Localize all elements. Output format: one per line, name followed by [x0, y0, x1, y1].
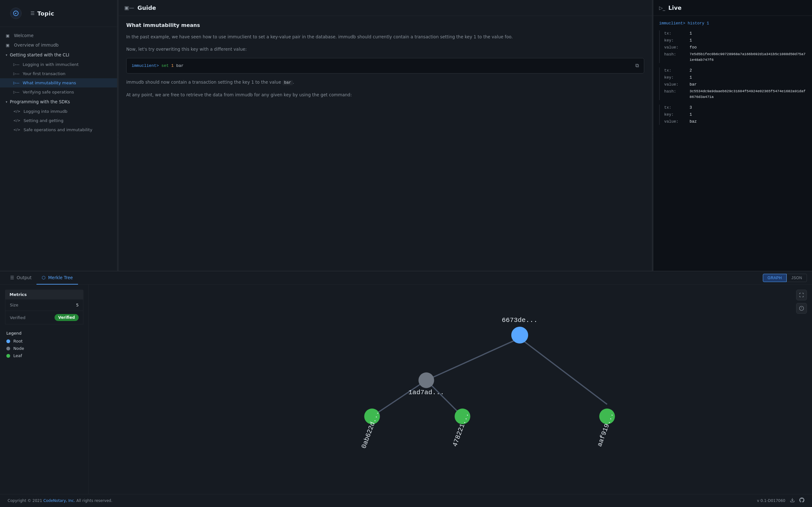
- guide-paragraph-1: In the past example, we have seen how to…: [126, 33, 644, 41]
- logo: [10, 8, 21, 19]
- sub-item-label: Logging in with immuclient: [22, 62, 78, 67]
- root-label-text: 6673de...: [502, 317, 538, 324]
- sidebar-item-immutability[interactable]: ▷— What immutability means: [0, 78, 117, 88]
- code-command: set: [161, 63, 169, 68]
- bottom-content: Metrics Size 5 Verified Verified Legend …: [0, 285, 812, 494]
- size-label: Size: [10, 302, 18, 307]
- copy-button[interactable]: ⧉: [635, 63, 639, 69]
- sub-item-label: Setting and getting: [23, 118, 63, 123]
- sidebar-item-setting-getting[interactable]: </> Setting and getting: [0, 116, 117, 125]
- guide-panel: ▣— Guide What immutability means In the …: [119, 0, 652, 271]
- page-icon: ▣: [6, 33, 11, 38]
- internal-node: [418, 372, 434, 388]
- graph-area: 6673de... 1ad7ad... 0ab622d... 478221...…: [89, 285, 812, 494]
- live-icon: ▷_: [659, 5, 665, 11]
- leaf-dot: [6, 354, 10, 358]
- legend-leaf: Leaf: [6, 353, 82, 358]
- legend-title: Legend: [6, 331, 82, 336]
- code-block: immuclient> set 1 bar ⧉: [126, 58, 644, 73]
- merkle-tab-label: Merkle Tree: [48, 275, 73, 280]
- footer-company-link[interactable]: CodeNotary, Inc.: [44, 498, 75, 503]
- cli-icon: ▷—: [13, 72, 19, 76]
- sidebar-nav: ▣ Welcome ▣ Overview of immudb ▾ Getting…: [0, 27, 117, 271]
- key-3-value: 1: [690, 112, 692, 118]
- metrics-size-row: Size 5: [5, 299, 84, 311]
- live-entry-2: tx:2 key:1 value:bar hash:3c5534dc9a9daa…: [659, 67, 806, 100]
- guide-title: Guide: [137, 4, 156, 11]
- sidebar-item-welcome[interactable]: ▣ Welcome: [0, 31, 117, 40]
- page-icon: ▣: [6, 43, 11, 48]
- view-toggle: GRAPH JSON: [763, 274, 807, 282]
- fullscreen-button[interactable]: [796, 290, 807, 300]
- value-1: foo: [690, 44, 697, 51]
- code-text: immuclient> set 1 bar: [132, 63, 184, 68]
- live-content: immuclient> history 1 tx:1 key:1 value:f…: [653, 16, 812, 271]
- sub-item-label: Verifying safe operations: [22, 90, 74, 95]
- svg-line-1: [426, 338, 520, 380]
- value-2: bar: [690, 81, 697, 88]
- sidebar-item-label: Welcome: [14, 33, 34, 38]
- graph-view-button[interactable]: GRAPH: [763, 274, 786, 282]
- sidebar-item-logging-in[interactable]: ▷— Logging in with immuclient: [0, 60, 117, 69]
- code-arg1: 1: [171, 63, 174, 68]
- value-3: baz: [690, 118, 697, 125]
- download-icon[interactable]: [790, 498, 795, 504]
- cli-icon: ▷—: [13, 62, 19, 66]
- verified-badge: Verified: [55, 314, 79, 321]
- sidebar-item-label: Overview of immudb: [14, 43, 59, 48]
- cli-icon: ▷—: [13, 90, 19, 94]
- live-entry-1: tx:1 key:1 value:foo hash:7e5d5b1fec0b6c…: [659, 31, 806, 63]
- sidebar-item-verifying[interactable]: ▷— Verifying safe operations: [0, 88, 117, 97]
- merkle-graph-svg: 6673de... 1ad7ad... 0ab622d... 478221...…: [89, 285, 812, 494]
- tab-merkle-tree[interactable]: ⬡ Merkle Tree: [37, 271, 78, 285]
- live-prompt: immuclient> history 1: [659, 20, 806, 26]
- svg-line-2: [520, 338, 607, 404]
- sdk-icon: </>: [13, 128, 20, 132]
- tx-1-value: 1: [690, 31, 692, 37]
- merkle-tab-icon: ⬡: [42, 275, 45, 280]
- footer-copyright: Copyright © 2021 CodeNotary, Inc. All ri…: [8, 498, 112, 503]
- github-icon[interactable]: [799, 498, 804, 504]
- size-value: 5: [76, 302, 79, 307]
- guide-paragraph-4: At any point, we are free to retrieve th…: [126, 91, 644, 99]
- svg-line-3: [372, 380, 426, 416]
- tx-2-value: 2: [690, 67, 692, 74]
- sub-item-label: Your first transaction: [22, 71, 65, 76]
- arrow-icon: ▾: [6, 100, 7, 104]
- root-label: Root: [13, 339, 22, 343]
- tx-3-value: 3: [690, 105, 692, 111]
- section-label: Programming with the SDKs: [10, 99, 70, 104]
- sidebar-section-getting-started[interactable]: ▾ Getting started with the CLI: [0, 50, 117, 60]
- info-button[interactable]: [796, 303, 807, 314]
- sidebar-item-safe-ops[interactable]: </> Safe operations and immutability: [0, 125, 117, 134]
- bottom-tabs-bar: ☰ Output ⬡ Merkle Tree GRAPH JSON: [0, 271, 812, 285]
- sidebar: ☰ Topic ▣ Welcome ▣ Overview of immudb ▾…: [0, 0, 117, 271]
- hash-2: 3c5534dc9a9daaeb629c31604f54924e02365f54…: [690, 89, 806, 100]
- code-prompt: immuclient>: [132, 63, 159, 68]
- key-1-value: 1: [690, 38, 692, 44]
- hash-1: 7e5d5b1fec0b6c90728968a7a166b692d1a341b5…: [690, 51, 806, 63]
- sub-item-label: Logging into immudb: [23, 109, 67, 114]
- sidebar-item-logging-sdk[interactable]: </> Logging into immudb: [0, 107, 117, 116]
- sidebar-item-first-transaction[interactable]: ▷— Your first transaction: [0, 69, 117, 78]
- json-view-button[interactable]: JSON: [786, 274, 807, 282]
- guide-section-title: What immutability means: [126, 22, 644, 28]
- key-2-value: 1: [690, 74, 692, 81]
- legend: Legend Root Node Leaf: [5, 331, 84, 358]
- footer: Copyright © 2021 CodeNotary, Inc. All ri…: [0, 494, 812, 507]
- guide-header: ▣— Guide: [119, 0, 652, 16]
- legend-node: Node: [6, 346, 82, 351]
- sidebar-section-programming[interactable]: ▾ Programming with the SDKs: [0, 97, 117, 107]
- tab-output[interactable]: ☰ Output: [5, 271, 37, 285]
- sidebar-title: Topic: [37, 10, 54, 17]
- cli-icon-active: ▷—: [13, 81, 19, 85]
- sidebar-item-overview[interactable]: ▣ Overview of immudb: [0, 40, 117, 50]
- guide-paragraph-3: immudb should now contain a transaction …: [126, 78, 644, 86]
- footer-right: v 0.1-D017060: [757, 498, 804, 504]
- root-dot: [6, 339, 10, 343]
- graph-controls: [796, 290, 807, 314]
- sdk-icon: </>: [13, 118, 20, 123]
- live-title: Live: [668, 4, 681, 11]
- live-header: ▷_ Live: [653, 0, 812, 16]
- live-panel: ▷_ Live immuclient> history 1 tx:1 key:1…: [653, 0, 812, 271]
